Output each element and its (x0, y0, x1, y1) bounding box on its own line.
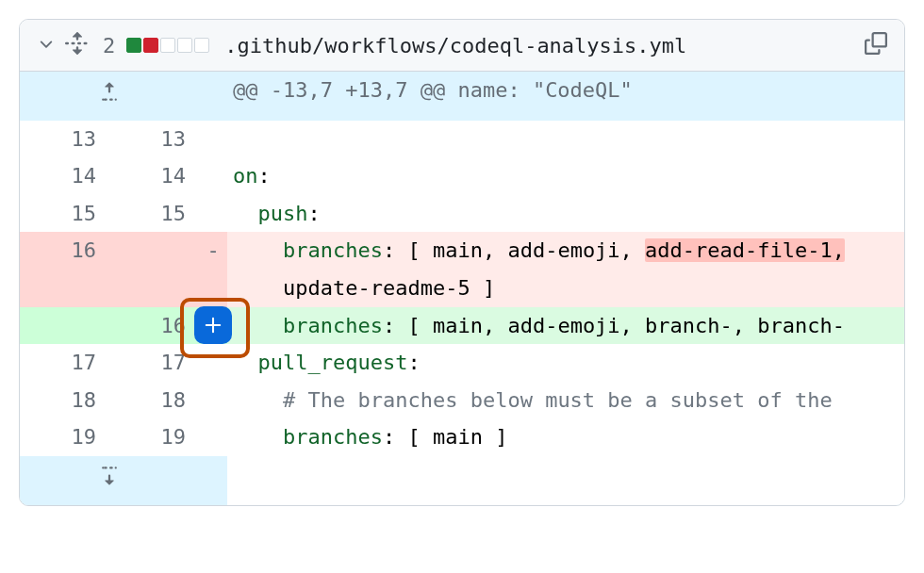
diff-stat-neutral (160, 38, 175, 53)
diff-body: @@ -13,7 +13,7 @@ name: "CodeQL" 13 13 1… (20, 72, 904, 505)
line-num-left (20, 307, 109, 345)
diff-line[interactable]: 17 17 pull_request: (20, 344, 904, 382)
gutter: 19 19 (20, 418, 199, 456)
mark-col (199, 382, 227, 419)
line-num-right: 15 (109, 195, 199, 233)
mark-col (199, 72, 227, 121)
code-content (227, 456, 904, 505)
yaml-key: on (233, 164, 258, 188)
gutter: 18 18 (20, 382, 199, 419)
hunk-header-row: @@ -13,7 +13,7 @@ name: "CodeQL" (20, 72, 904, 121)
copy-icon[interactable] (865, 32, 887, 58)
diff-line[interactable]: 19 19 branches: [ main ] (20, 418, 904, 456)
line-num-left: 17 (20, 344, 109, 382)
yaml-key: branches (283, 314, 383, 337)
code-content: update-readme-5 ] (227, 270, 904, 307)
code-content: push: (227, 195, 904, 233)
gutter: 13 13 (20, 121, 199, 158)
diff-stat-removed (143, 38, 158, 53)
line-num-left: 15 (20, 195, 109, 233)
mark-col (199, 157, 227, 195)
code-content: branches: [ main, add-emoji, branch-, br… (227, 307, 904, 345)
gutter: 14 14 (20, 157, 199, 195)
gutter (20, 270, 199, 307)
gutter: 16 (20, 232, 199, 270)
diff-line-deletion-wrap[interactable]: update-readme-5 ] (20, 270, 904, 307)
code-content (227, 121, 904, 158)
yaml-pre: : [ main, add-emoji, (383, 238, 645, 262)
expand-down-icon (98, 462, 121, 499)
yaml-key: branches (283, 238, 383, 262)
yaml-after: : [ main, add-emoji, branch-, branch- (383, 314, 845, 337)
line-num-right: 18 (109, 382, 199, 419)
chevron-down-icon[interactable] (37, 34, 56, 57)
line-num-left: 14 (20, 157, 109, 195)
unfold-icon[interactable] (65, 31, 90, 59)
line-num-left (20, 270, 109, 307)
diff-line-deletion[interactable]: 16 - branches: [ main, add-emoji, add-re… (20, 232, 904, 270)
diff-line-addition[interactable]: 16 + branches: [ main, add-emoji, branch… (20, 307, 904, 345)
changes-count: 2 (103, 34, 115, 57)
line-num-left: 16 (20, 232, 109, 270)
file-path[interactable]: .github/workflows/codeql-analysis.yml (224, 34, 855, 57)
line-num-right (109, 270, 199, 307)
line-num-left: 19 (20, 418, 109, 456)
code-content: pull_request: (227, 344, 904, 382)
mark-col (199, 270, 227, 307)
code-content: branches: [ main ] (227, 418, 904, 456)
mark-col (199, 456, 227, 505)
removed-highlight: add-read-file-1, (645, 238, 845, 262)
line-num-right: 16 (109, 307, 199, 345)
diff-stat-neutral (194, 38, 209, 53)
code-content: # The branches below must be a subset of… (227, 382, 904, 419)
mark-col (199, 344, 227, 382)
line-num-right: 19 (109, 418, 199, 456)
line-num-right (109, 232, 199, 270)
diff-file-container: 2 .github/workflows/codeql-analysis.yml … (19, 19, 905, 506)
expand-up-icon (98, 77, 121, 115)
diff-line[interactable]: 18 18 # The branches below must be a sub… (20, 382, 904, 419)
yaml-after: : [ main ] (383, 425, 507, 449)
hunk-expand-down-row (20, 456, 904, 505)
code-content: on: (227, 157, 904, 195)
gutter: 16 (20, 307, 199, 345)
diff-line[interactable]: 14 14 on: (20, 157, 904, 195)
diff-line[interactable]: 15 15 push: (20, 195, 904, 233)
hunk-header-text: @@ -13,7 +13,7 @@ name: "CodeQL" (227, 72, 904, 121)
yaml-key: pull_request (258, 351, 408, 374)
yaml-after: : (258, 164, 271, 188)
line-num-left: 13 (20, 121, 109, 158)
line-num-right: 13 (109, 121, 199, 158)
yaml-text: update-readme-5 ] (283, 276, 495, 300)
file-header: 2 .github/workflows/codeql-analysis.yml (20, 20, 904, 72)
code-content: branches: [ main, add-emoji, add-read-fi… (227, 232, 904, 270)
mark-col: - (199, 232, 227, 270)
yaml-key: branches (283, 425, 383, 449)
gutter: 17 17 (20, 344, 199, 382)
mark-col (199, 195, 227, 233)
yaml-after: : (407, 351, 420, 374)
expand-down-gutter[interactable] (20, 456, 199, 505)
yaml-after: : (307, 202, 320, 225)
diff-stat-neutral (177, 38, 192, 53)
expand-up-gutter[interactable] (20, 72, 199, 121)
line-num-right: 17 (109, 344, 199, 382)
mark-col (199, 418, 227, 456)
mark-col (199, 121, 227, 158)
gutter: 15 15 (20, 195, 199, 233)
diff-stats (126, 38, 209, 53)
diff-stat-added (126, 38, 141, 53)
line-num-right: 14 (109, 157, 199, 195)
yaml-comment: # The branches below must be a subset of… (283, 388, 845, 412)
yaml-key: push (258, 202, 308, 225)
add-comment-button[interactable] (194, 306, 232, 344)
diff-line[interactable]: 13 13 (20, 121, 904, 158)
line-num-left: 18 (20, 382, 109, 419)
